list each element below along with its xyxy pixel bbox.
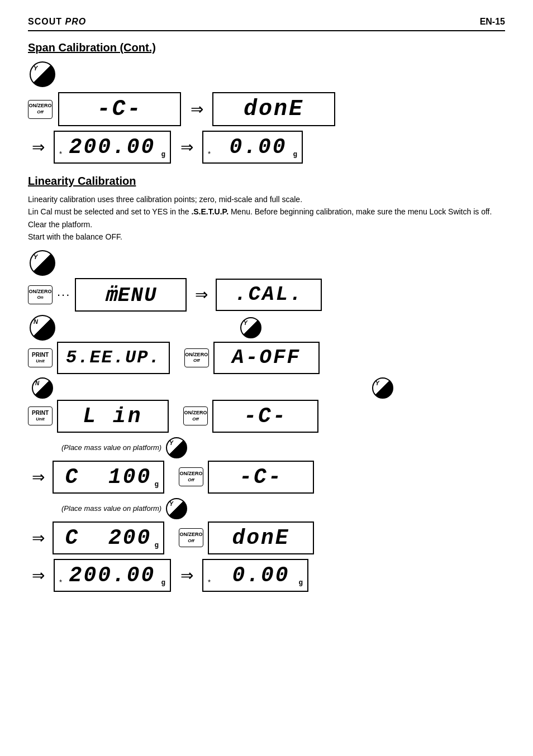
display-0-text: 0.00 — [229, 135, 287, 159]
display-dash-c-3: -C- — [208, 461, 314, 494]
n-dial-wrap-1: N — [28, 315, 57, 341]
dots-indicator: ··· — [57, 288, 70, 302]
arrow-6: ⇒ — [28, 529, 48, 547]
display-c200-text: C 200 — [65, 526, 152, 550]
span-calibration-section: Span Calibration (Cont.) Y ON/ZERO Off — [28, 41, 505, 164]
onzero-sub-label: Off — [37, 109, 43, 115]
display-cal-text: .CAL. — [235, 283, 303, 306]
onzero-sub-4: Off — [192, 417, 198, 422]
brand-title: SCOUT PRO — [28, 17, 86, 27]
display-setup-text: 5.EE.UP. — [66, 347, 161, 368]
unit-g-6: g — [299, 578, 303, 586]
y-dial-4[interactable]: Y — [372, 377, 393, 399]
onzero-main-5: ON/ZERO — [180, 471, 203, 477]
onzero-button-6[interactable]: ON/ZERO Off — [179, 528, 203, 547]
y-dial-button[interactable]: Y — [28, 60, 57, 89]
para2-text: Lin Cal must be selected and set to YES … — [28, 207, 189, 216]
display-aoff-text: A-OFF — [232, 346, 301, 369]
y-label: Y — [34, 65, 37, 71]
onzero-button-2[interactable]: ON/ZERO On — [28, 285, 53, 304]
display-done-1: donE — [212, 92, 335, 126]
para4-text: Start with the balance OFF. — [28, 232, 122, 241]
onzero-main-3: ON/ZERO — [185, 352, 208, 358]
star-1: * — [59, 150, 62, 158]
display-200-text: 200.00 — [69, 135, 156, 159]
unit-g-4: g — [155, 541, 159, 549]
display-c100-text: C 100 — [65, 465, 152, 489]
display-c200: C 200 g — [53, 521, 164, 554]
display-200g-1: * 200.00 g — [54, 131, 171, 164]
y-label-2: Y — [34, 253, 37, 260]
display-dash-c-text: -C- — [97, 97, 142, 122]
print-main-2: PRINT — [32, 409, 49, 417]
display-lin-text: L in — [83, 404, 142, 428]
display-dash-c-text-2: -C- — [244, 404, 287, 428]
unit-g-1: g — [161, 150, 165, 158]
display-done-text-2: donE — [232, 526, 289, 550]
print-sub-1: Unit — [36, 358, 45, 364]
y-dial-6[interactable]: Y — [166, 498, 187, 519]
unit-g-5: g — [161, 578, 165, 586]
page-header: SCOUT PRO EN-15 — [28, 17, 505, 31]
place-mass-note-1: (Place mass value on platform) — [61, 443, 161, 452]
onzero-button-5[interactable]: ON/ZERO Off — [179, 467, 203, 486]
arrow-5: ⇒ — [28, 468, 48, 486]
linearity-calibration-section: Linearity Calibration Linearity calibrat… — [28, 175, 505, 592]
place-mass-note-2: (Place mass value on platform) — [61, 504, 161, 513]
arrow-3: ⇒ — [177, 138, 197, 156]
y-dial-2[interactable]: Y — [30, 250, 55, 276]
arrow-8: ⇒ — [177, 566, 197, 585]
span-calibration-title: Span Calibration (Cont.) — [28, 41, 505, 54]
display-200-text-2: 200.00 — [69, 563, 156, 587]
display-done-text-1: donE — [244, 97, 304, 122]
arrow-2: ⇒ — [28, 138, 48, 156]
setup-label: .S.E.T.U.P. — [191, 207, 229, 216]
y-dial-3[interactable]: Y — [240, 317, 261, 338]
onzero-button-3[interactable]: ON/ZERO Off — [184, 348, 209, 367]
y-dial-5[interactable]: Y — [166, 437, 187, 458]
onzero-sub-6: Off — [188, 538, 194, 544]
display-0g-1: * 0.00 g — [202, 131, 303, 164]
onzero-main-6: ON/ZERO — [180, 532, 203, 538]
display-0-text-2: 0.00 — [232, 563, 289, 587]
star-4: * — [208, 578, 211, 586]
onzero-main-2: ON/ZERO — [29, 289, 52, 295]
n-dial-1[interactable]: N — [30, 315, 55, 341]
display-dash-c-2: -C- — [212, 400, 318, 433]
arrow-7: ⇒ — [28, 566, 48, 585]
onzero-main-4: ON/ZERO — [184, 410, 207, 417]
display-menu-text: m̈ENU — [104, 283, 157, 307]
print-button-2[interactable]: PRINT Unit — [28, 406, 53, 425]
print-sub-2: Unit — [36, 417, 45, 422]
display-menu: m̈ENU — [75, 278, 187, 312]
print-button-1[interactable]: PRINT Unit — [28, 348, 53, 367]
onzero-button-1[interactable]: ON/ZERO Off — [28, 100, 53, 119]
page: SCOUT PRO EN-15 Span Calibration (Cont.)… — [0, 0, 533, 756]
display-dash-c-text-3: -C- — [239, 465, 282, 489]
unit-g-3: g — [155, 480, 159, 488]
display-done-2: donE — [208, 521, 314, 554]
star-2: * — [208, 150, 211, 158]
span-diagram: Y ON/ZERO Off -C- ⇒ donE — [28, 60, 505, 164]
n-dial-2[interactable]: N — [32, 377, 53, 399]
brand-italic: PRO — [65, 17, 86, 26]
arrow-4: ⇒ — [191, 285, 211, 304]
onzero-sub-5: Off — [188, 477, 194, 483]
linearity-title: Linearity Calibration — [28, 175, 505, 188]
n-label-1: N — [34, 318, 38, 325]
display-c100: C 100 g — [53, 461, 164, 494]
para1-text: Linearity calibration uses three calibra… — [28, 195, 302, 204]
page-number: EN-15 — [480, 17, 505, 27]
print-main-1: PRINT — [32, 351, 49, 358]
display-cal: .CAL. — [216, 279, 322, 311]
arrow-1: ⇒ — [187, 100, 207, 118]
display-0g-2: * 0.00 g — [202, 559, 308, 592]
display-200g-2: * 200.00 g — [54, 559, 171, 592]
star-3: * — [59, 578, 62, 586]
onzero-button-4[interactable]: ON/ZERO Off — [183, 406, 208, 425]
onzero-main-label: ON/ZERO — [29, 103, 52, 109]
onzero-sub-3: Off — [193, 358, 199, 363]
display-lin: L in — [57, 400, 169, 433]
onzero-sub-2: On — [37, 295, 43, 300]
display-aoff: A-OFF — [213, 342, 320, 374]
